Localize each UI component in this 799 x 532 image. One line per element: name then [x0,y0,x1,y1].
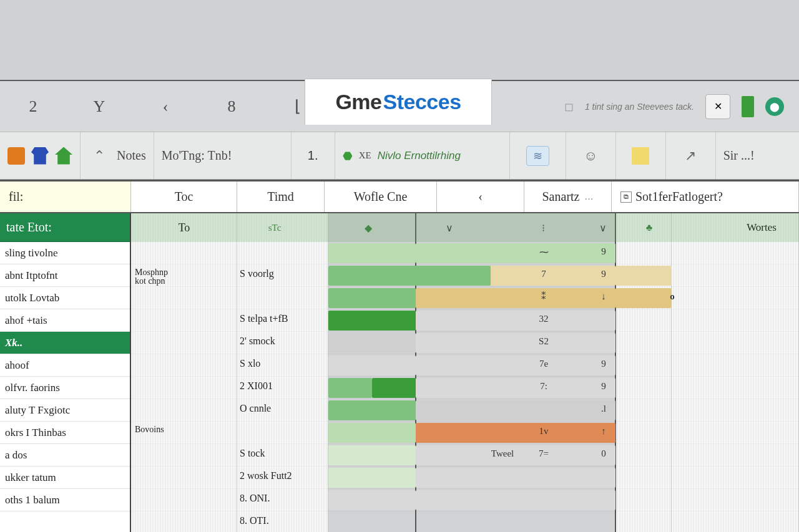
window-chrome-top [0,0,799,81]
subhead-chev-1[interactable]: ∨ [437,213,462,242]
gantt-bar[interactable] [416,378,615,398]
tool-group-highlight[interactable]: ≋ [510,132,566,179]
gantt-bar[interactable] [328,288,416,308]
row-label-b: S telpa t+fB [240,313,288,324]
gantt-bar[interactable] [328,445,416,465]
sidebar-item[interactable]: abnt Itptofnt [0,264,130,287]
presence-icon[interactable] [742,96,754,117]
grid-area[interactable]: To sTc ◆ ∨ ⁝ ∨ ♣ Wortes ⁓9Mosphnp kot ch… [131,213,799,532]
sticky-note-icon [632,147,649,165]
col-header-5[interactable]: Sanartz… [524,181,612,212]
sidebar-item[interactable]: ahoof [0,354,130,377]
marker-icon: o [659,291,685,302]
gantt-bar[interactable] [328,311,416,331]
gantt-bar[interactable] [328,243,416,263]
data-row[interactable]: ⁑↓o [131,287,799,309]
row-label-b: O cnnle [240,403,271,414]
gantt-bar[interactable] [416,400,615,420]
gantt-bar[interactable] [416,468,615,488]
tool-number: 1. [303,148,323,163]
gantt-bar[interactable] [328,266,491,286]
app-title-tab: Gme Stecces [305,79,492,125]
data-row[interactable]: O cnnle.l [131,399,799,422]
ribbon-glyph-1[interactable]: Y [66,97,132,116]
gantt-bar[interactable] [416,490,615,510]
tool-group-num[interactable]: 1. [292,132,335,179]
close-box[interactable]: ✕ [705,94,730,119]
data-row[interactable]: S telpa t+fB32 [131,309,799,332]
tool-group-chart[interactable]: ↗ [666,132,716,179]
app-icon[interactable] [7,147,25,165]
toolbar: ⌃ Notes Mo'Tng: Tnb! 1. ⬣ XE Nivlo Ernot… [0,132,799,180]
subhead-chev-2[interactable]: ⁝ [531,213,556,242]
ribbon-glyph-0[interactable]: 2 [0,97,66,116]
row-label-b: S tock [240,448,265,459]
data-row[interactable]: 8. ONI. [131,489,799,511]
tool-group-moving[interactable]: Mo'Tng: Tnb! [154,132,292,179]
face-icon: ☺ [579,145,602,167]
app-title-part1: Gme [335,90,381,114]
gantt-bar[interactable] [416,423,615,443]
gantt-bar[interactable] [328,400,416,420]
tool-group-face[interactable]: ☺ [566,132,616,179]
gantt-bar[interactable] [416,355,615,375]
gantt-bar[interactable] [416,243,615,263]
gantt-bar[interactable] [416,333,615,353]
shirt-icon[interactable] [31,147,49,165]
sidebar-item[interactable]: okrs I Thinbas [0,422,130,444]
data-row[interactable]: 2 XI0017:9 [131,377,799,399]
tool-group-note[interactable] [616,132,666,179]
notes-label: Notes [117,148,146,163]
sidebar-item[interactable]: aluty T Fxgiotc [0,399,130,422]
title-ribbon: 2 Y ‹ 8 ⌊ Gme Stecces ◻ 1 tint sing an S… [0,81,799,132]
data-row[interactable]: S tock7=0Tweel [131,444,799,467]
col-header-4[interactable]: ‹ [437,181,524,212]
ribbon-glyph-2[interactable]: ‹ [132,97,199,116]
gantt-bar[interactable] [328,490,416,510]
gantt-bar[interactable] [328,333,416,353]
tool-group-enrich[interactable]: ⬣ XE Nivlo Ernottilrhing [335,132,510,179]
row-label-a: Bovoins [135,425,164,434]
tool-group-sort[interactable]: Sir ...! [716,132,762,179]
data-row[interactable]: ⁓9 [131,242,799,264]
filter-icon[interactable]: ⧉ [620,191,632,203]
gantt-bar[interactable] [328,423,416,443]
data-row[interactable]: 2' smockS2 [131,332,799,354]
gantt-bar[interactable] [372,378,416,398]
data-row[interactable]: 2 wosk Futt2 [131,467,799,489]
col-header-0[interactable]: fil: [0,181,131,212]
sidebar-item[interactable]: Xk.. [0,332,130,354]
hint-text: 1 tint sing an Steevees tack. [585,102,694,112]
ribbon-glyph-3[interactable]: 8 [199,97,265,116]
gantt-bar[interactable] [416,311,615,331]
subhead-chev-3[interactable]: ∨ [591,213,615,242]
gantt-bar[interactable] [328,355,416,375]
sidebar-item[interactable]: oths 1 balum [0,489,130,511]
tool-group-notes[interactable]: ⌃ Notes [81,132,154,179]
gantt-bar[interactable] [328,378,372,398]
col-header-2[interactable]: Timd [237,181,325,212]
avatar[interactable]: ⬤ [765,97,784,116]
sidebar-item[interactable]: a dos [0,444,130,467]
sidebar-item[interactable] [0,511,130,532]
sidebar-item[interactable]: ukker tatum [0,467,130,489]
gantt-bar[interactable] [615,266,672,286]
col-header-6[interactable]: ⧉ Sot1ferFatlogert? [612,181,799,212]
value-cell: ↑ [591,426,617,437]
col-header-1[interactable]: Toc [131,181,237,212]
gantt-bar[interactable] [416,288,615,308]
home-icon[interactable] [55,147,72,165]
highlight-button[interactable]: ≋ [526,146,549,166]
data-row[interactable]: Bovoins1v↑ [131,422,799,444]
sidebar-item[interactable]: utolk Lovtab [0,287,130,309]
sidebar-item[interactable]: ahof +tais [0,309,130,332]
value-cell: 32 [531,314,557,324]
sidebar-item[interactable]: olfvr. faorins [0,377,130,399]
data-row[interactable]: S xlo7e9 [131,354,799,377]
col-header-3[interactable]: Wofle Cne [325,181,437,212]
xe-label: XE [359,150,371,161]
data-row[interactable]: 8. OTI. [131,511,799,532]
sidebar-item[interactable]: sling tivolne [0,242,130,264]
gantt-bar[interactable] [328,468,416,488]
data-row[interactable]: Mosphnp kot chpnS voorlg79 [131,264,799,287]
